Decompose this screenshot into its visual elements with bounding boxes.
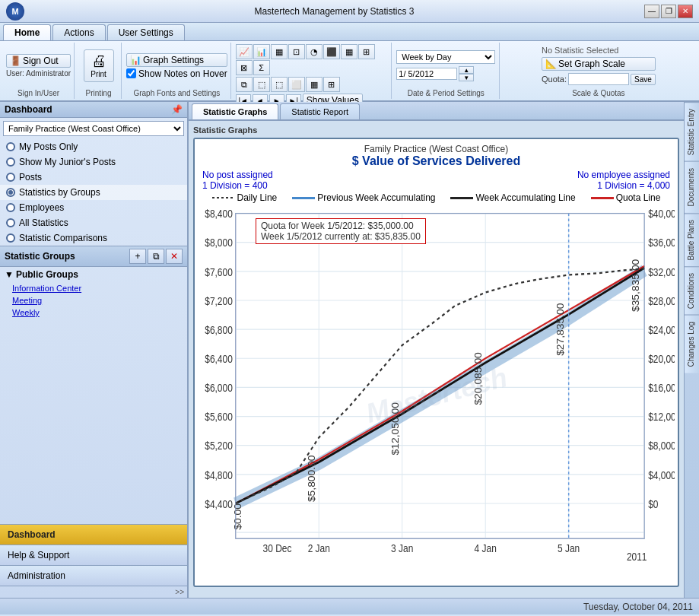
svg-text:$7,600: $7,600: [205, 266, 233, 278]
set-graph-scale-button[interactable]: 📐 Set Graph Scale: [542, 57, 656, 71]
sidebar-item-my-posts-only[interactable]: My Posts Only: [0, 139, 187, 154]
graph-opt2[interactable]: ⬚: [253, 77, 270, 92]
svg-text:30 Dec: 30 Dec: [263, 542, 292, 554]
graph-type-pie[interactable]: ◔: [306, 44, 322, 59]
ribbon-toolbar: 🚪 Sign Out User: Administrator Sign In/U…: [0, 41, 699, 102]
right-tab-documents[interactable]: Documents: [685, 161, 699, 213]
graph-type-area[interactable]: ▦: [271, 44, 288, 59]
legend-daily-swatch: [212, 197, 235, 198]
scale-icon: 📐: [545, 59, 557, 69]
graph-no-post: No post assigned: [202, 170, 273, 180]
graph-settings-button[interactable]: 📊 Graph Settings: [126, 53, 227, 67]
graph-type-other5[interactable]: Σ: [253, 60, 270, 75]
sidebar-pin-icon[interactable]: 📌: [171, 104, 183, 115]
date-up[interactable]: ▲: [459, 66, 474, 74]
sg-delete-button[interactable]: ✕: [166, 249, 183, 264]
right-tab-statistic-entry[interactable]: Statistic Entry: [685, 102, 699, 161]
svg-text:$4,800: $4,800: [205, 469, 233, 481]
show-notes-checkbox[interactable]: Show Notes on Hover: [126, 68, 227, 79]
restore-button[interactable]: ❐: [661, 5, 676, 18]
sidebar-bottom-nav: Dashboard Help & Support Administration …: [0, 524, 187, 598]
legend-daily-label: Daily Line: [237, 192, 278, 203]
bottom-nav-help[interactable]: Help & Support: [0, 545, 187, 566]
svg-text:$0: $0: [648, 498, 658, 510]
right-tab-conditions[interactable]: Conditions: [685, 266, 699, 315]
save-button[interactable]: Save: [631, 74, 656, 85]
bottom-nav-dashboard[interactable]: Dashboard: [0, 525, 187, 545]
radio-posts: [6, 173, 15, 182]
close-button[interactable]: ✕: [678, 5, 693, 18]
section-label-scale: Scale & Quotas: [572, 87, 624, 97]
graph-opt3[interactable]: ⬚: [271, 77, 288, 92]
graph-legend: Daily Line Previous Week Accumulating We…: [195, 191, 678, 205]
svg-text:$20,085.00: $20,085.00: [473, 352, 484, 405]
quota-input[interactable]: [568, 73, 629, 85]
svg-text:4 Jan: 4 Jan: [475, 542, 497, 554]
ribbon-section-scale: No Statistic Selected 📐 Set Graph Scale …: [501, 43, 696, 99]
svg-rect-0: [236, 214, 644, 539]
svg-text:$24,000: $24,000: [648, 324, 675, 336]
date-down[interactable]: ▼: [459, 74, 474, 81]
quota-row: Quota: Save: [542, 73, 656, 85]
ribbon-section-graph-settings: 📈 📊 ▦ ⊡ ◔ ⬛ ▦ ⊞ ⊠ Σ ⧉ ⬚ ⬚ ⬜ ▦ ⊞ |◄: [233, 43, 392, 99]
section-label-printing: Printing: [86, 87, 112, 97]
graph-info-left: No post assigned 1 Division = 400: [202, 170, 273, 191]
graph-office-name: Family Practice (West Coast Office): [198, 144, 675, 154]
print-button[interactable]: 🖨 Print: [84, 49, 114, 82]
sidebar-item-posts[interactable]: Posts: [0, 170, 187, 185]
graph-type-line[interactable]: 📈: [236, 44, 253, 59]
sidebar-item-statistic-comparisons[interactable]: Statistic Comparisons: [0, 230, 187, 246]
sidebar-item-all-statistics[interactable]: All Statistics: [0, 215, 187, 230]
no-statistic-label: No Statistic Selected: [542, 46, 656, 55]
graph-opt4[interactable]: ⬜: [288, 77, 305, 92]
tab-home[interactable]: Home: [3, 24, 51, 40]
svg-text:$6,000: $6,000: [205, 382, 233, 394]
legend-week-label: Week Accumulating Line: [475, 192, 575, 203]
graph-type-other3[interactable]: ⊞: [358, 44, 375, 59]
graph-opt5[interactable]: ▦: [306, 77, 322, 92]
public-groups-label: ▼ Public Groups: [0, 267, 187, 282]
sg-copy-button[interactable]: ⧉: [148, 249, 164, 264]
tab-user-settings[interactable]: User Settings: [107, 24, 185, 40]
sg-add-button[interactable]: +: [129, 249, 146, 264]
graph-type-other1[interactable]: ⬛: [323, 44, 340, 59]
graph-type-bar[interactable]: 📊: [253, 44, 270, 59]
group-item-meeting[interactable]: Meeting: [0, 294, 187, 306]
group-item-info-center[interactable]: Information Center: [0, 282, 187, 294]
svg-text:$0.00: $0.00: [233, 503, 243, 530]
svg-text:2011: 2011: [627, 551, 647, 563]
tab-statistic-graphs[interactable]: Statistic Graphs: [192, 103, 278, 119]
section-label-date: Date & Period Settings: [408, 87, 485, 97]
ribbon-section-printing: 🖨 Print Printing: [76, 43, 122, 99]
graph-svg: $8,400 $8,000 $7,600 $7,200 $6,800 $6,40…: [198, 205, 675, 583]
minimize-button[interactable]: —: [644, 5, 659, 18]
office-select[interactable]: Family Practice (West Coast Office): [3, 121, 184, 136]
date-input[interactable]: [396, 68, 457, 80]
tab-actions[interactable]: Actions: [52, 24, 105, 40]
sidebar-expand-button[interactable]: >>: [0, 586, 187, 598]
ribbon-section-graph-fonts: 📊 Graph Settings Show Notes on Hover Gra…: [123, 43, 231, 99]
period-select[interactable]: Week by Day: [396, 50, 495, 64]
right-tab-changes-log[interactable]: Changes Log: [685, 315, 699, 373]
sidebar-item-employees[interactable]: Employees: [0, 200, 187, 215]
app-logo: M: [6, 2, 24, 21]
sidebar-item-show-juniors[interactable]: Show My Junior's Posts: [0, 154, 187, 170]
right-tab-battle-plans[interactable]: Battle Plans: [685, 213, 699, 266]
expand-icon: ▼: [5, 269, 14, 280]
graph-type-other2[interactable]: ▦: [341, 44, 357, 59]
group-item-weekly[interactable]: Weekly: [0, 306, 187, 319]
bottom-nav-admin[interactable]: Administration: [0, 566, 187, 586]
sign-out-button[interactable]: 🚪 Sign Out: [6, 54, 71, 68]
graph-opt6[interactable]: ⊞: [323, 77, 340, 92]
svg-text:$8,000: $8,000: [648, 440, 675, 452]
svg-text:5 Jan: 5 Jan: [558, 542, 580, 554]
sign-out-icon: 🚪: [10, 56, 21, 66]
svg-text:$7,200: $7,200: [205, 295, 233, 307]
graph-type-scatter[interactable]: ⊡: [288, 44, 305, 59]
graph-opt1[interactable]: ⧉: [236, 77, 253, 92]
tab-statistic-report[interactable]: Statistic Report: [280, 103, 360, 119]
graph-header: Family Practice (West Coast Office) $ Va…: [195, 139, 678, 170]
radio-show-juniors: [6, 157, 15, 167]
graph-type-other4[interactable]: ⊠: [236, 60, 253, 75]
sidebar-item-statistics-by-groups[interactable]: Statistics by Groups: [0, 185, 187, 200]
